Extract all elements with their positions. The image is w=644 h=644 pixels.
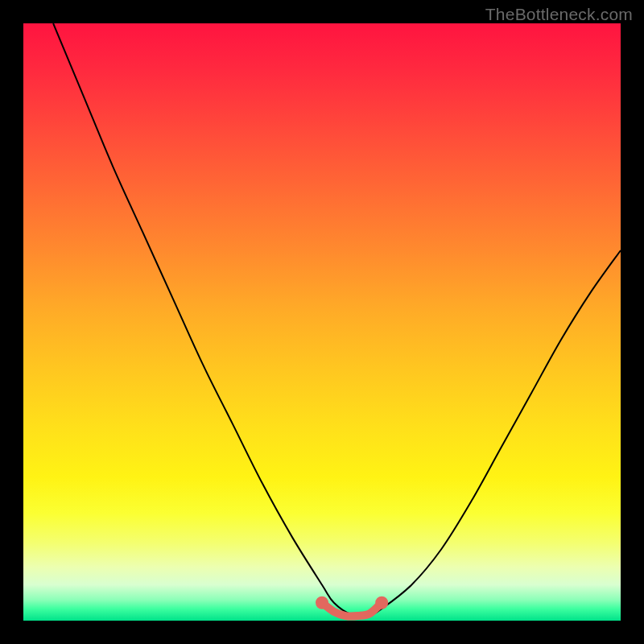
- plot-area: [23, 23, 621, 621]
- optimal-band-group: [316, 597, 388, 617]
- chart-frame: TheBottleneck.com: [0, 0, 644, 644]
- optimal-band-connector: [322, 603, 382, 617]
- optimal-end-dot: [375, 597, 388, 609]
- watermark-text: TheBottleneck.com: [485, 5, 633, 24]
- chart-svg: [23, 23, 621, 621]
- bottleneck-curve-group: [53, 23, 621, 616]
- bottleneck-curve-path: [53, 23, 621, 616]
- optimal-start-dot: [316, 597, 328, 609]
